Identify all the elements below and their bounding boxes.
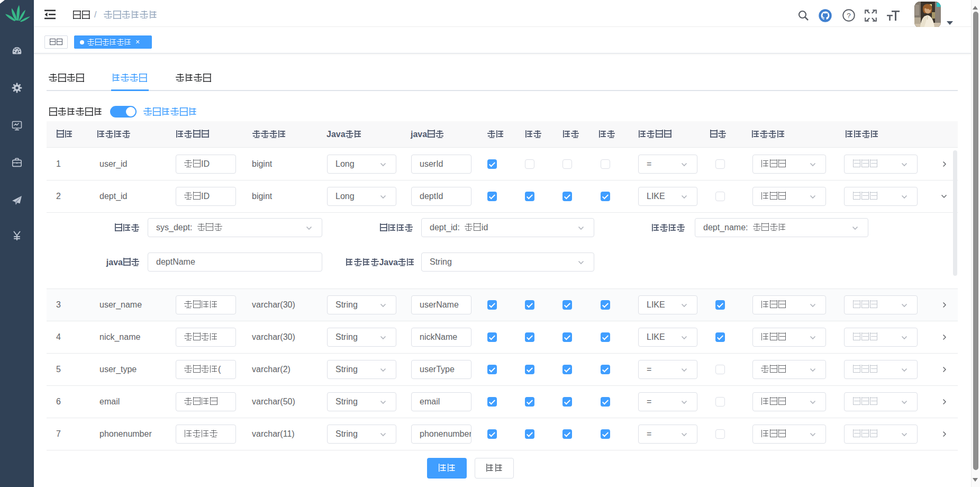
svg-text:?: ? [847,12,851,20]
